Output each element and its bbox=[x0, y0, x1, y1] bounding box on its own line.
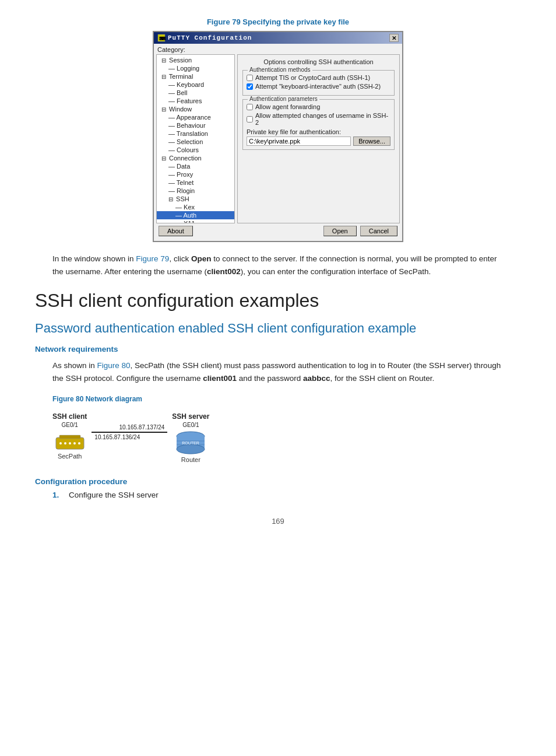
private-key-label: Private key file for authentication: bbox=[247, 128, 390, 135]
router-icon: ROUTER bbox=[174, 430, 207, 456]
checkbox-username-label: Allow attempted changes of username in S… bbox=[255, 112, 390, 126]
tree-terminal[interactable]: ⊟ Terminal bbox=[157, 72, 234, 80]
checkbox-agent-row[interactable]: Allow agent forwarding bbox=[247, 103, 390, 110]
tree-data[interactable]: — Data bbox=[157, 162, 234, 170]
svg-point-8 bbox=[78, 442, 80, 444]
svg-point-5 bbox=[64, 442, 66, 444]
browse-button[interactable]: Browse... bbox=[353, 136, 390, 146]
tree-window[interactable]: ⊟ Window bbox=[157, 105, 234, 113]
tree-proxy[interactable]: — Proxy bbox=[157, 170, 234, 178]
h1-ssh-client-examples: SSH client configuration examples bbox=[35, 289, 521, 312]
private-key-row: Private key file for authentication: Bro… bbox=[247, 128, 390, 146]
body-paragraph: In the window shown in Figure 79, click … bbox=[52, 253, 504, 278]
checkbox-username-row[interactable]: Allow attempted changes of username in S… bbox=[247, 112, 390, 126]
page-number: 169 bbox=[35, 517, 521, 526]
tree-behaviour[interactable]: — Behaviour bbox=[157, 121, 234, 130]
svg-point-6 bbox=[69, 442, 71, 444]
tree-translation[interactable]: — Translation bbox=[157, 130, 234, 138]
auth-params-group: Authentication parameters Allow agent fo… bbox=[242, 99, 395, 150]
open-word: Open bbox=[191, 254, 212, 263]
step-1-text: Configure the SSH server bbox=[69, 491, 159, 499]
ssh-server-section: SSH server GE0/1 ROUTER Router bbox=[172, 412, 209, 463]
auth-methods-label: Authentication methods bbox=[248, 66, 312, 73]
checkbox-keyboard-label: Attempt "keyboard-interactive" auth (SSH… bbox=[255, 83, 381, 90]
tree-features[interactable]: — Features bbox=[157, 97, 234, 105]
checkbox-keyboard-interactive[interactable] bbox=[247, 83, 253, 90]
tree-auth[interactable]: — Auth bbox=[157, 211, 234, 219]
password2-inline: aabbcc bbox=[303, 374, 330, 383]
tree-logging[interactable]: — Logging bbox=[157, 64, 234, 72]
open-button[interactable]: Open bbox=[323, 226, 357, 236]
step-1: 1. Configure the SSH server bbox=[52, 491, 504, 499]
tree-colours[interactable]: — Colours bbox=[157, 146, 234, 154]
username-inline: client002 bbox=[207, 267, 241, 276]
auth-methods-group: Authentication methods Attempt TIS or Cr… bbox=[242, 70, 395, 96]
putty-right-panel: Options controlling SSH authentication A… bbox=[237, 54, 400, 223]
svg-point-4 bbox=[59, 442, 62, 444]
svg-text:⌨: ⌨ bbox=[159, 36, 166, 41]
ip-server-label: 10.165.87.136/24 bbox=[94, 434, 164, 440]
cancel-button[interactable]: Cancel bbox=[360, 226, 397, 236]
putty-title: PuTTY Configuration bbox=[168, 34, 252, 41]
tree-bell[interactable]: — Bell bbox=[157, 89, 234, 97]
ip-client-label: 10.165.87.137/24 bbox=[94, 424, 164, 430]
putty-titlebar: ⌨ PuTTY Configuration ✕ bbox=[154, 32, 402, 44]
svg-point-7 bbox=[73, 442, 76, 444]
tree-session[interactable]: ⊟ Session bbox=[157, 56, 234, 64]
h3-config-procedure: Configuration procedure bbox=[35, 477, 521, 486]
step-1-num: 1. bbox=[52, 491, 63, 499]
tree-selection[interactable]: — Selection bbox=[157, 138, 234, 146]
checkbox-tis[interactable] bbox=[247, 75, 253, 81]
putty-close-button[interactable]: ✕ bbox=[389, 34, 399, 42]
private-key-input[interactable] bbox=[247, 136, 351, 146]
checkbox-username[interactable] bbox=[247, 116, 253, 123]
ssh-client-label: SSH client bbox=[52, 412, 87, 421]
figure79-caption: Figure 79 Specifying the private key fil… bbox=[35, 18, 521, 26]
network-req-text: As shown in Figure 80, SecPath (the SSH … bbox=[52, 359, 504, 384]
tree-ssh[interactable]: ⊟ SSH bbox=[157, 195, 234, 203]
putty-icon: ⌨ bbox=[157, 34, 166, 42]
h3-network-requirements: Network requirements bbox=[35, 345, 521, 354]
tree-keyboard[interactable]: — Keyboard bbox=[157, 80, 234, 89]
category-label: Category: bbox=[156, 46, 400, 53]
putty-tree[interactable]: ⊟ Session — Logging ⊟ Terminal — Keyboar… bbox=[156, 54, 235, 223]
username2-inline: client001 bbox=[203, 374, 237, 383]
config-steps: 1. Configure the SSH server bbox=[52, 491, 504, 499]
checkbox-tis-label: Attempt TIS or CryptoCard auth (SSH-1) bbox=[255, 74, 370, 81]
svg-point-11 bbox=[177, 444, 205, 454]
right-panel-title: Options controlling SSH authentication bbox=[242, 58, 395, 65]
checkbox-keyboard-row[interactable]: Attempt "keyboard-interactive" auth (SSH… bbox=[247, 83, 390, 90]
router-label: Router bbox=[181, 456, 200, 463]
checkbox-agent[interactable] bbox=[247, 104, 253, 110]
svg-rect-3 bbox=[59, 435, 80, 439]
ssh-client-section: SSH client GE0/1 SecPath bbox=[52, 412, 87, 460]
ge-client-label: GE0/1 bbox=[52, 422, 87, 428]
figure79-link[interactable]: Figure 79 bbox=[136, 254, 169, 263]
checkbox-tis-row[interactable]: Attempt TIS or CryptoCard auth (SSH-1) bbox=[247, 74, 390, 81]
figure80-link[interactable]: Figure 80 bbox=[97, 361, 131, 370]
line bbox=[92, 432, 167, 433]
putty-window: ⌨ PuTTY Configuration ✕ Category: ⊟ Sess… bbox=[153, 31, 403, 242]
ssh-server-label: SSH server bbox=[172, 412, 209, 421]
figure80-container: Figure 80 Network diagram SSH client GE0… bbox=[52, 395, 504, 468]
svg-text:ROUTER: ROUTER bbox=[182, 441, 200, 445]
putty-footer: About Open Cancel bbox=[156, 223, 400, 239]
tree-telnet[interactable]: — Telnet bbox=[157, 178, 234, 187]
tree-appearance[interactable]: — Appearance bbox=[157, 113, 234, 121]
checkbox-agent-label: Allow agent forwarding bbox=[255, 103, 320, 110]
secpath-icon bbox=[55, 430, 85, 453]
figure80-caption: Figure 80 Network diagram bbox=[52, 395, 504, 403]
tree-x11[interactable]: — X11 bbox=[157, 219, 234, 223]
secpath-label: SecPath bbox=[58, 453, 82, 460]
tree-connection[interactable]: ⊟ Connection bbox=[157, 154, 234, 162]
tree-kex[interactable]: — Kex bbox=[157, 203, 234, 211]
connection-line: 10.165.87.137/24 10.165.87.136/24 bbox=[87, 424, 172, 440]
ge-server-label: GE0/1 bbox=[172, 422, 209, 428]
auth-params-label: Authentication parameters bbox=[248, 96, 319, 102]
h2-password-auth: Password authentication enabled SSH clie… bbox=[35, 320, 521, 337]
about-button[interactable]: About bbox=[159, 226, 193, 236]
tree-rlogin[interactable]: — Rlogin bbox=[157, 187, 234, 195]
